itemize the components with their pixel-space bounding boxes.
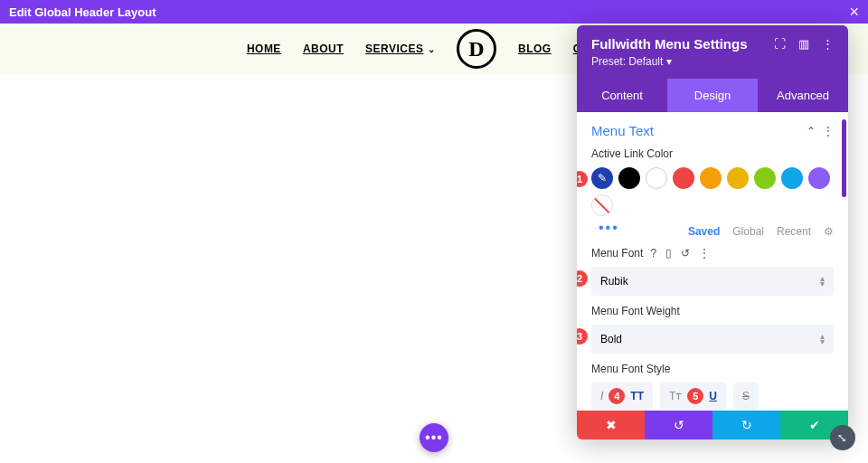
panel-footer-buttons: ✖ ↺ ↻ ✔ xyxy=(577,411,848,439)
focus-icon[interactable]: ⛶ xyxy=(774,37,786,51)
help-icon[interactable]: ? xyxy=(650,247,656,260)
settings-panel: Fullwidth Menu Settings ⛶ ▥ ⋮ Preset: De… xyxy=(577,25,848,439)
nav-blog[interactable]: BLOG xyxy=(518,43,552,55)
italic-icon[interactable]: I xyxy=(600,390,603,402)
strikethrough-icon[interactable]: S xyxy=(742,390,750,402)
style-group-2[interactable]: Tᴛ 5 U xyxy=(660,383,726,410)
badge-4: 4 xyxy=(609,388,625,404)
font-select[interactable]: Rubik ▴▾ xyxy=(591,267,834,296)
tab-design[interactable]: Design xyxy=(667,79,758,112)
font-select-value: Rubik xyxy=(600,275,628,288)
topbar-title: Edit Global Header Layout xyxy=(9,5,156,19)
panel-tabs: Content Design Advanced xyxy=(577,79,848,112)
undo-button[interactable]: ↺ xyxy=(645,411,712,439)
style-group-1[interactable]: I 4 TT xyxy=(591,383,653,410)
weight-select-value: Bold xyxy=(600,333,622,345)
swatch-purple[interactable] xyxy=(808,167,830,189)
nav-home[interactable]: HOME xyxy=(247,43,281,55)
cancel-button[interactable]: ✖ xyxy=(577,411,645,439)
uppercase-icon[interactable]: TT xyxy=(630,390,644,402)
menu-dots-icon[interactable]: ⋮ xyxy=(822,37,834,51)
badge-3: 3 xyxy=(577,328,588,345)
section-dots-icon[interactable]: ⋮ xyxy=(823,125,834,137)
label-menu-font: Menu Font ? ▯ ↺ ⋮ xyxy=(591,247,834,260)
chevron-updown-icon-2: ▴▾ xyxy=(820,334,825,345)
topbar: Edit Global Header Layout × xyxy=(0,0,868,24)
swatch-none[interactable] xyxy=(591,194,613,216)
color-swatches: ✎ xyxy=(591,167,834,216)
close-icon[interactable]: × xyxy=(849,3,859,22)
scrollbar[interactable] xyxy=(842,119,846,197)
tab-recent[interactable]: Recent xyxy=(777,225,811,238)
gear-icon[interactable]: ⚙ xyxy=(824,225,834,238)
tab-content[interactable]: Content xyxy=(577,79,667,112)
vdots-icon[interactable]: ⋮ xyxy=(699,247,710,260)
label-font-style: Menu Font Style xyxy=(591,363,834,375)
mobile-icon[interactable]: ▯ xyxy=(665,247,672,260)
swatch-green[interactable] xyxy=(754,167,776,189)
smallcaps-icon[interactable]: Tᴛ xyxy=(669,390,682,402)
swatch-white[interactable] xyxy=(646,167,667,189)
drag-icon[interactable]: ▥ xyxy=(798,37,809,51)
nav-left: HOME ABOUT SERVICES xyxy=(247,43,435,55)
logo[interactable]: D xyxy=(457,29,496,69)
badge-5: 5 xyxy=(687,388,703,404)
nav-about[interactable]: ABOUT xyxy=(303,43,344,55)
chevron-up-icon[interactable]: ⌃ xyxy=(807,125,816,137)
nav-services[interactable]: SERVICES xyxy=(365,43,435,55)
section-title: Menu Text xyxy=(591,123,654,138)
panel-body: Menu Text ⌃⋮ Active Link Color 1 ✎ ••• S… xyxy=(577,112,848,411)
color-tabs: Saved Global Recent ⚙ xyxy=(591,225,834,238)
swatch-orange[interactable] xyxy=(700,167,722,189)
weight-select[interactable]: Bold ▴▾ xyxy=(591,325,834,354)
preset-label[interactable]: Preset: Default ▾ xyxy=(591,55,834,68)
label-active-link-color: Active Link Color xyxy=(591,147,834,160)
color-picker-icon[interactable]: ✎ xyxy=(591,167,613,189)
chevron-updown-icon: ▴▾ xyxy=(820,276,825,287)
panel-title: Fullwidth Menu Settings xyxy=(591,36,748,52)
tab-global[interactable]: Global xyxy=(732,225,764,238)
label-font-weight: Menu Font Weight xyxy=(591,305,834,317)
font-style-buttons: I 4 TT Tᴛ 5 U S xyxy=(591,383,834,410)
swatch-yellow[interactable] xyxy=(727,167,749,189)
tab-advanced[interactable]: Advanced xyxy=(758,79,848,112)
panel-header: Fullwidth Menu Settings ⛶ ▥ ⋮ Preset: De… xyxy=(577,25,848,79)
label-menu-font-text: Menu Font xyxy=(591,247,643,260)
badge-2: 2 xyxy=(577,270,588,287)
page-fab[interactable]: ••• xyxy=(420,423,448,452)
badge-1: 1 xyxy=(577,171,588,187)
underline-icon[interactable]: U xyxy=(709,390,717,402)
redo-button[interactable]: ↻ xyxy=(712,411,780,439)
style-group-3[interactable]: S xyxy=(733,383,759,410)
undo-icon[interactable]: ↺ xyxy=(681,247,690,260)
swatch-blue[interactable] xyxy=(781,167,803,189)
swatch-black[interactable] xyxy=(618,167,640,189)
section-header[interactable]: Menu Text ⌃⋮ xyxy=(591,123,834,138)
tab-saved[interactable]: Saved xyxy=(688,225,720,238)
expand-fab[interactable]: ⤢ xyxy=(830,425,855,450)
swatch-red[interactable] xyxy=(673,167,694,189)
